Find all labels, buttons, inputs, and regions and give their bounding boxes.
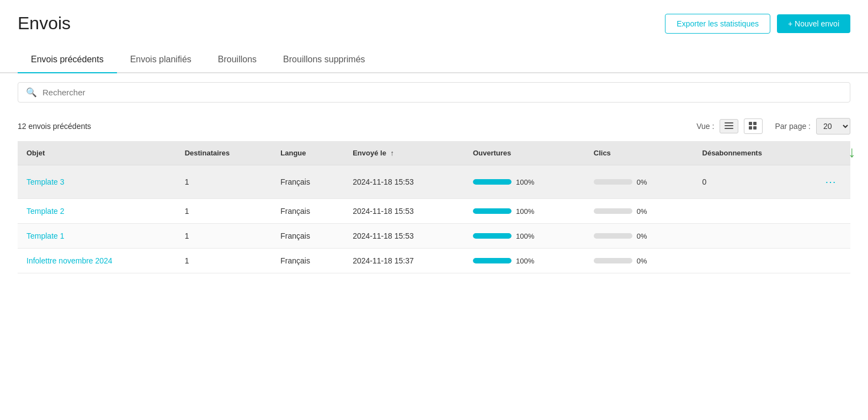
cell-destinataires: 1 <box>176 224 272 249</box>
cell-ouvertures: 100% <box>464 249 585 273</box>
cell-envoye-le: 2024-11-18 15:37 <box>344 249 464 273</box>
list-icon <box>725 122 733 130</box>
col-destinataires: Destinataires <box>176 141 272 165</box>
table-wrapper: Objet Destinataires Langue Envoyé le ↑ O… <box>0 141 868 273</box>
svg-rect-2 <box>725 128 733 129</box>
table-row: Template 2 1 Français 2024-11-18 15:53 1… <box>18 199 850 224</box>
search-icon: 🔍 <box>26 87 37 98</box>
svg-rect-3 <box>749 122 752 125</box>
table-header-row: Objet Destinataires Langue Envoyé le ↑ O… <box>18 141 850 165</box>
tab-brouillons[interactable]: Brouillons <box>205 47 270 72</box>
cell-clics: 0% <box>585 249 694 273</box>
new-envoi-button[interactable]: + Nouvel envoi <box>777 14 850 33</box>
sort-arrow-up: ↑ <box>391 149 395 157</box>
tab-envois-precedents[interactable]: Envois précédents <box>18 47 117 72</box>
col-langue: Langue <box>271 141 344 165</box>
table-row: Template 1 1 Français 2024-11-18 15:53 1… <box>18 224 850 249</box>
cell-ouvertures: 100% <box>464 224 585 249</box>
col-envoye-le[interactable]: Envoyé le ↑ <box>344 141 464 165</box>
cell-langue: Français <box>271 224 344 249</box>
row-actions-button[interactable]: ⋯ <box>821 173 842 191</box>
cell-envoye-le: 2024-11-18 15:53 <box>344 224 464 249</box>
page-header: Envois Exporter les statistiques + Nouve… <box>0 0 868 42</box>
objet-link[interactable]: Template 2 <box>26 207 64 216</box>
col-ouvertures: Ouvertures <box>464 141 585 165</box>
cell-langue: Français <box>271 249 344 273</box>
per-page-label: Par page : <box>775 122 811 131</box>
search-bar: 🔍 <box>18 82 850 103</box>
list-view-button[interactable] <box>720 119 738 133</box>
cell-desabonnements <box>694 224 812 249</box>
cell-actions: ⋯ <box>812 165 850 199</box>
cell-desabonnements <box>694 249 812 273</box>
envois-table: Objet Destinataires Langue Envoyé le ↑ O… <box>18 141 850 273</box>
col-actions: ↓ <box>812 141 850 165</box>
cell-objet: Template 2 <box>18 199 176 224</box>
tab-envois-planifies[interactable]: Envois planifiés <box>117 47 205 72</box>
cell-actions <box>812 249 850 273</box>
export-stats-button[interactable]: Exporter les statistiques <box>665 14 770 34</box>
svg-rect-1 <box>725 125 733 126</box>
cell-objet: Infolettre novembre 2024 <box>18 249 176 273</box>
view-controls: Vue : Par page : 20 50 100 <box>696 118 850 134</box>
cell-actions <box>812 224 850 249</box>
table-row: Infolettre novembre 2024 1 Français 2024… <box>18 249 850 273</box>
cell-desabonnements <box>694 199 812 224</box>
grid-icon <box>749 122 758 131</box>
table-row: Template 3 1 Français 2024-11-18 15:53 1… <box>18 165 850 199</box>
cell-ouvertures: 100% <box>464 165 585 199</box>
search-input[interactable] <box>42 88 842 97</box>
tabs-bar: Envois précédents Envois planifiés Broui… <box>0 47 868 73</box>
grid-view-button[interactable] <box>744 119 763 134</box>
cell-destinataires: 1 <box>176 165 272 199</box>
cell-destinataires: 1 <box>176 199 272 224</box>
svg-rect-4 <box>753 122 757 125</box>
green-arrow-icon: ↓ <box>848 143 856 161</box>
svg-rect-6 <box>753 126 757 130</box>
svg-rect-5 <box>749 126 752 130</box>
table-body: Template 3 1 Français 2024-11-18 15:53 1… <box>18 165 850 273</box>
cell-clics: 0% <box>585 199 694 224</box>
view-label: Vue : <box>696 122 714 131</box>
header-actions: Exporter les statistiques + Nouvel envoi <box>665 14 850 34</box>
cell-destinataires: 1 <box>176 249 272 273</box>
table-controls: 12 envois précédents Vue : Par page : 20… <box>0 111 868 141</box>
cell-envoye-le: 2024-11-18 15:53 <box>344 165 464 199</box>
col-desabonnements: Désabonnements <box>694 141 812 165</box>
cell-desabonnements: 0 <box>694 165 812 199</box>
tab-brouillons-supprimes[interactable]: Brouillons supprimés <box>270 47 379 72</box>
count-label: 12 envois précédents <box>18 122 91 131</box>
cell-clics: 0% <box>585 224 694 249</box>
cell-objet: Template 1 <box>18 224 176 249</box>
per-page-select[interactable]: 20 50 100 <box>816 118 850 134</box>
cell-ouvertures: 100% <box>464 199 585 224</box>
cell-actions <box>812 199 850 224</box>
objet-link[interactable]: Infolettre novembre 2024 <box>26 256 113 265</box>
cell-objet: Template 3 <box>18 165 176 199</box>
objet-link[interactable]: Template 1 <box>26 231 64 240</box>
page-title: Envois <box>18 13 71 34</box>
cell-envoye-le: 2024-11-18 15:53 <box>344 199 464 224</box>
col-objet: Objet <box>18 141 176 165</box>
cell-langue: Français <box>271 165 344 199</box>
cell-langue: Français <box>271 199 344 224</box>
objet-link[interactable]: Template 3 <box>26 177 64 186</box>
col-clics: Clics <box>585 141 694 165</box>
svg-rect-0 <box>725 122 733 123</box>
cell-clics: 0% <box>585 165 694 199</box>
